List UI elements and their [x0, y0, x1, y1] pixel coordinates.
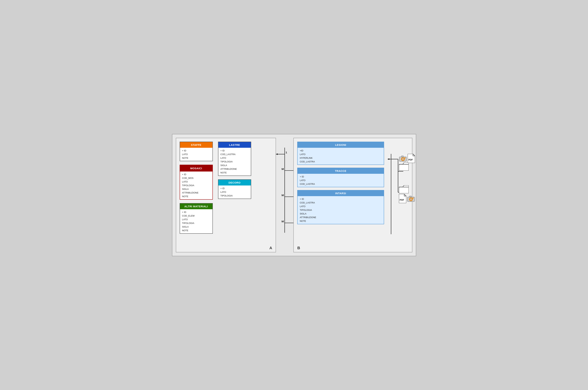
field-lesioni-3: COD_LASTRA [300, 160, 382, 163]
field-staffe-0: + ID [182, 149, 210, 152]
panel-a-label: A [270, 246, 272, 250]
table-mosaici: MOSAICI + ID COD_MOS LATO TIPOLOGIA SIGL… [180, 165, 213, 200]
field-tracce-2: COD_LASTRA [300, 182, 382, 186]
field-am-2: LATO [182, 218, 210, 221]
panel-a: STAFFE + ID LATO NOTE MOSAICI + ID COD_M… [176, 138, 276, 252]
svg-text:PDF: PDF [400, 198, 404, 201]
field-mosaici-4: SIGLA [182, 187, 210, 191]
svg-point-34 [413, 197, 414, 198]
lastre-fields: + ID COD_LASTRA LATO TIPOLOGIA SIGLA ATT… [218, 148, 251, 176]
mosaici-fields: + ID COD_MOS LATO TIPOLOGIA SIGLA ATTRIB… [180, 172, 212, 199]
field-tracce-1: LATO [300, 179, 382, 182]
svg-point-21 [404, 157, 406, 158]
svg-rect-33 [409, 196, 411, 197]
staffe-header: STAFFE [180, 142, 212, 148]
svg-text:M: M [281, 167, 284, 170]
svg-marker-28 [404, 194, 406, 196]
svg-marker-23 [413, 154, 415, 156]
field-lesioni-0: +ID [300, 149, 382, 152]
field-lastre-6: NOTE [221, 171, 249, 174]
lesioni-fields: +ID LATO HYPERLINK COD_LASTRA [298, 148, 384, 164]
field-mosaici-6: NOTE [182, 195, 210, 198]
intarsi-fields: + ID COD_LASTRA LATO TIPOLOGIA SIGLA ATT… [298, 196, 384, 224]
svg-text:M: M [281, 194, 284, 196]
field-lastre-2: LATO [221, 156, 249, 160]
field-am-4: SIGLA [182, 225, 210, 229]
table-altri-materiali: ALTRI MATERIALI + ID COD_ELEM LATO TIPOL… [180, 203, 213, 234]
field-lastre-4: SIGLA [221, 163, 249, 167]
field-intarsi-0: + ID [300, 197, 382, 201]
svg-text:M: M [281, 220, 284, 223]
intarsi-header: INTARSI [298, 190, 384, 196]
field-intarsi-1: COD_LASTRA [300, 201, 382, 204]
field-lastre-3: TIPOLOGIA [221, 160, 249, 163]
table-lastre: LASTRE + ID COD_LASTRA LATO TIPOLOGIA SI… [218, 142, 251, 176]
svg-rect-20 [401, 156, 403, 157]
field-intarsi-3: TIPOLOGIA [300, 208, 382, 212]
field-decoro-1: LATO [221, 190, 249, 194]
pdf-icon-top: PDF [408, 154, 415, 163]
icon-group-bottom: PDF [399, 194, 415, 203]
table-intarsi: INTARSI + ID COD_LASTRA LATO TIPOLOGIA S… [297, 190, 384, 224]
svg-rect-25 [399, 164, 409, 171]
field-mosaici-1: COD_MOS [182, 176, 210, 180]
panel-b: LESIONI +ID LATO HYPERLINK COD_LASTRA TR… [293, 138, 412, 252]
svg-text:1: 1 [285, 151, 287, 154]
panel-b-label: B [297, 246, 300, 250]
field-lesioni-1: LATO [300, 152, 382, 156]
field-mosaici-0: + ID [182, 173, 210, 176]
lesioni-header: LESIONI [298, 142, 384, 148]
altri-materiali-fields: + ID COD_ELEM LATO TIPOLOGIA SIGLA NOTE [180, 209, 212, 233]
table-decoro: DECORO + ID LATO TIPOLOGIA [218, 179, 251, 199]
decoro-fields: + ID LATO TIPOLOGIA [218, 186, 251, 198]
connector-area: 1 M M M [276, 138, 293, 252]
folder-top [399, 163, 409, 171]
field-mosaici-3: TIPOLOGIA [182, 184, 210, 187]
field-lastre-1: COD_LASTRA [221, 152, 249, 156]
field-lastre-0: + ID [221, 149, 249, 152]
field-staffe-2: NOTE [182, 156, 210, 160]
field-intarsi-6: NOTE [300, 219, 382, 223]
table-staffe: STAFFE + ID LATO NOTE [180, 142, 213, 161]
svg-marker-2 [276, 153, 278, 155]
svg-text:PDF: PDF [408, 158, 413, 161]
mosaici-header: MOSAICI [180, 165, 212, 172]
field-am-0: + ID [182, 210, 210, 214]
svg-marker-12 [388, 158, 389, 160]
field-am-5: NOTE [182, 229, 210, 232]
connector-svg: 1 M M M [276, 138, 293, 252]
field-intarsi-4: SIGLA [300, 212, 382, 216]
folder-icon-bottom [399, 185, 409, 193]
field-lastre-5: ATTRIBUZIONE [221, 167, 249, 171]
folder-bottom [399, 185, 409, 194]
tracce-fields: + ID LATO COD_LASTRA [298, 174, 384, 187]
icon-group-top: PDF [399, 154, 415, 163]
field-intarsi-2: LATO [300, 204, 382, 208]
staffe-fields: + ID LATO NOTE [180, 148, 212, 161]
field-mosaici-2: LATO [182, 180, 210, 184]
field-lesioni-2: HYPERLINK [300, 156, 382, 160]
table-lesioni: LESIONI +ID LATO HYPERLINK COD_LASTRA [297, 142, 384, 165]
field-decoro-2: TIPOLOGIA [221, 194, 249, 197]
folder-icon-top [399, 163, 409, 171]
field-staffe-1: LATO [182, 152, 210, 156]
table-tracce: TRACCE + ID LATO COD_LASTRA [297, 168, 384, 187]
pdf-icon-bottom: PDF [399, 194, 406, 203]
field-decoro-0: + ID [221, 187, 249, 190]
altri-materiali-header: ALTRI MATERIALI [180, 203, 212, 209]
field-mosaici-5: ATTRIBUZIONE [182, 191, 210, 195]
camera-icon-bottom [407, 195, 415, 202]
field-am-1: COD_ELEM [182, 214, 210, 218]
field-tracce-0: + ID [300, 175, 382, 179]
tracce-header: TRACCE [298, 168, 384, 174]
svg-rect-26 [399, 187, 409, 193]
field-intarsi-5: ATTRIBUZIONE [300, 216, 382, 219]
main-container: STAFFE + ID LATO NOTE MOSAICI + ID COD_M… [172, 134, 416, 256]
lastre-header: LASTRE [218, 142, 251, 148]
field-am-3: TIPOLOGIA [182, 221, 210, 225]
decoro-header: DECORO [218, 180, 251, 186]
camera-icon-top [399, 155, 407, 162]
